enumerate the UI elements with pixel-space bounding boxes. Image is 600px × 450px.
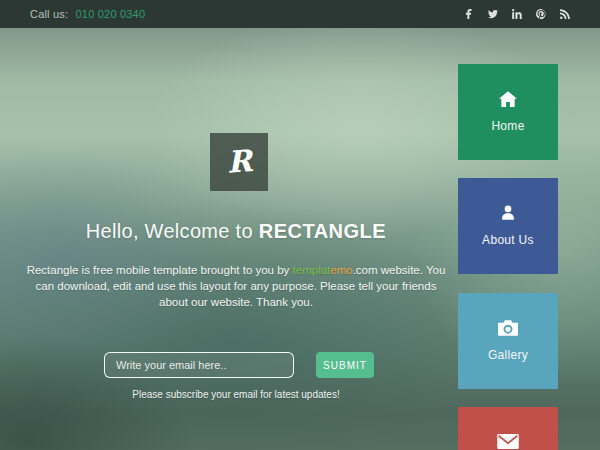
sidebar-item-about-us[interactable]: About Us bbox=[458, 178, 558, 274]
call-us: Call us: 010 020 0340 bbox=[30, 8, 145, 20]
home-icon bbox=[499, 91, 517, 107]
page: Call us: 010 020 0340 R Hello, Welcome t… bbox=[0, 0, 600, 450]
social-link-twitter[interactable] bbox=[487, 9, 498, 20]
description-text-before: Rectangle is free mobile template brough… bbox=[27, 264, 293, 276]
call-us-label: Call us: bbox=[30, 8, 68, 20]
sidebar-item-label: Home bbox=[491, 119, 524, 133]
social-link-rss[interactable] bbox=[559, 9, 570, 20]
pinterest-icon bbox=[536, 9, 546, 19]
facebook-icon bbox=[464, 9, 474, 19]
social-links bbox=[463, 9, 570, 20]
description: Rectangle is free mobile template brough… bbox=[20, 262, 452, 310]
heading-prefix: Hello, Welcome to bbox=[86, 220, 259, 242]
submit-button[interactable]: SUBMIT bbox=[316, 352, 374, 378]
sidebar-item-gallery[interactable]: Gallery bbox=[458, 293, 558, 389]
linkedin-icon bbox=[512, 9, 522, 19]
logo: R bbox=[210, 133, 268, 191]
sidebar-item-label: About Us bbox=[482, 233, 534, 247]
social-link-linkedin[interactable] bbox=[511, 9, 522, 20]
person-icon bbox=[500, 205, 516, 221]
templatemo-link-green: templat bbox=[293, 264, 331, 276]
page-title: Hello, Welcome to RECTANGLE bbox=[0, 220, 472, 243]
email-input[interactable] bbox=[104, 352, 294, 378]
heading-brand: RECTANGLE bbox=[259, 220, 386, 242]
sidebar-item-label: Gallery bbox=[488, 348, 528, 362]
subscribe-note: Please subscribe your email for latest u… bbox=[0, 389, 472, 400]
sidebar-item-contact[interactable] bbox=[458, 407, 558, 450]
camera-icon bbox=[498, 320, 518, 336]
templatemo-link[interactable]: templatemo bbox=[293, 264, 353, 276]
twitter-icon bbox=[488, 9, 498, 19]
envelope-icon bbox=[497, 434, 519, 449]
phone-number[interactable]: 010 020 0340 bbox=[76, 8, 146, 20]
sidebar-item-home[interactable]: Home bbox=[458, 64, 558, 160]
social-link-facebook[interactable] bbox=[463, 9, 474, 20]
rss-icon bbox=[560, 9, 570, 19]
templatemo-link-orange: emo bbox=[330, 264, 352, 276]
logo-letter: R bbox=[226, 146, 253, 178]
topbar: Call us: 010 020 0340 bbox=[0, 0, 600, 28]
social-link-pinterest[interactable] bbox=[535, 9, 546, 20]
